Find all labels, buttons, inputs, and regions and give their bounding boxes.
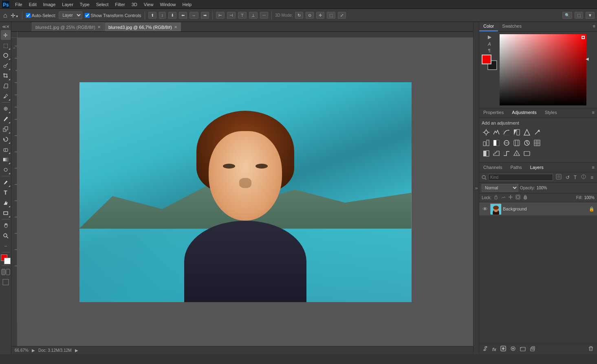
toolbar-collapse-icon[interactable]: ≪ <box>2 24 6 29</box>
dodge-btn[interactable] <box>1 165 11 175</box>
align-right-btn[interactable]: ➡ <box>201 12 209 19</box>
align-top-btn[interactable]: ⬆ <box>148 12 156 19</box>
more-tools-btn[interactable]: ··· <box>1 241 11 251</box>
screen-mode-btn[interactable] <box>1 277 11 287</box>
3d-scale-btn[interactable]: ⤢ <box>338 12 346 19</box>
adj-curves-icon[interactable] <box>502 128 511 137</box>
menu-select[interactable]: Select <box>93 1 112 8</box>
clone-stamp-btn[interactable] <box>1 124 11 134</box>
type-btn[interactable]: T <box>1 188 11 197</box>
new-adj-btn[interactable] <box>509 345 518 353</box>
lock-position-btn[interactable] <box>508 194 513 201</box>
status-bar-arrow[interactable]: ▶ <box>32 348 35 353</box>
layer-visibility-eye[interactable]: 👁 <box>482 206 488 212</box>
adj-huesat-icon[interactable] <box>533 128 542 137</box>
adj-grid-icon[interactable] <box>533 138 542 147</box>
adj-colorlookup-icon[interactable] <box>522 138 531 147</box>
distribute-btn4[interactable]: ⊥ <box>249 12 258 19</box>
tab-properties[interactable]: Properties <box>479 108 508 118</box>
delete-layer-btn[interactable] <box>586 345 595 353</box>
tab-blurred1[interactable]: blurred1.jpg @ 25% (RGB/8#) ✕ <box>32 22 104 31</box>
distribute-btn2[interactable]: ⊣ <box>227 12 236 19</box>
adj-channelmixer-icon[interactable] <box>512 138 521 147</box>
eraser-btn[interactable] <box>1 145 11 154</box>
brush-btn[interactable] <box>1 114 11 124</box>
align-left-btn[interactable]: ⬅ <box>179 12 187 19</box>
move-tool-btn[interactable]: ✛ <box>1 30 11 40</box>
path-select-btn[interactable] <box>1 198 11 208</box>
crop-tool-btn[interactable] <box>1 71 11 81</box>
perspective-crop-btn[interactable] <box>1 81 11 91</box>
menu-filter[interactable]: Filter <box>112 1 128 8</box>
adj-brightness-icon[interactable] <box>482 128 491 137</box>
adj-exposure-icon[interactable] <box>512 128 521 137</box>
adj-colorbalance-icon[interactable] <box>482 138 491 147</box>
text-icon[interactable]: A <box>488 42 491 46</box>
shape-btn[interactable] <box>1 208 11 218</box>
3d-rotate-btn[interactable]: ↻ <box>295 12 303 19</box>
auto-select-checkbox[interactable] <box>26 13 31 18</box>
adj-selectivecolor-icon[interactable] <box>512 149 521 158</box>
home-icon[interactable]: ⌂ <box>2 11 8 20</box>
history-brush-btn[interactable] <box>1 134 11 144</box>
foreground-background-colors[interactable] <box>1 254 11 264</box>
layers-filter-btn1[interactable] <box>555 173 563 181</box>
tab-paths[interactable]: Paths <box>506 163 526 171</box>
hand-btn[interactable] <box>1 221 11 230</box>
3d-slide-btn[interactable]: ⬚ <box>327 12 335 19</box>
tab-blurred3[interactable]: blurred3.jpg @ 66,7% (RGB/8#) ✕ <box>105 22 181 31</box>
canvas-scroll[interactable] <box>18 38 473 346</box>
transform-controls-label[interactable]: Show Transform Controls <box>85 13 141 18</box>
adj-bw-icon[interactable] <box>492 138 501 147</box>
menu-edit[interactable]: Edit <box>26 1 40 8</box>
workspace-btn[interactable]: ⬚ <box>575 12 583 19</box>
menu-file[interactable]: File <box>12 1 25 8</box>
layers-filter-btn5[interactable]: ≡ <box>589 174 595 181</box>
color-panel-menu[interactable]: ≡ <box>591 22 597 31</box>
zoom-btn[interactable] <box>1 231 11 241</box>
transform-controls-checkbox[interactable] <box>85 13 90 18</box>
background-color[interactable] <box>4 258 11 264</box>
adj-vibrance-icon[interactable] <box>522 128 531 137</box>
new-group-btn[interactable] <box>518 345 527 353</box>
blend-mode-select[interactable]: Normal Multiply Screen <box>482 184 518 192</box>
adj-rect-icon[interactable] <box>522 149 531 158</box>
tab-blurred3-close[interactable]: ✕ <box>174 25 177 29</box>
layers-panel-menu[interactable]: ≡ <box>590 163 597 171</box>
more-options-btn[interactable]: ··· <box>260 12 268 19</box>
menu-type[interactable]: Type <box>77 1 93 8</box>
align-hcenter-btn[interactable]: ↔ <box>189 12 198 19</box>
3d-roll-btn[interactable]: ⊙ <box>306 12 314 19</box>
menu-view[interactable]: View <box>141 1 156 8</box>
adj-levels-icon[interactable] <box>492 128 501 137</box>
menu-image[interactable]: Image <box>40 1 59 8</box>
lock-image-btn[interactable] <box>500 194 506 201</box>
adj-panel-menu[interactable]: ≡ <box>590 108 597 118</box>
panels-btn[interactable]: ▼ <box>586 12 595 19</box>
marquee-tool-btn[interactable]: ⬚ <box>1 40 11 50</box>
menu-help[interactable]: Help <box>180 1 195 8</box>
lock-transparent-btn[interactable] <box>493 194 499 201</box>
quick-select-btn[interactable] <box>1 61 11 70</box>
distribute-btn1[interactable]: ⊢ <box>216 12 225 19</box>
lasso-tool-btn[interactable] <box>1 50 11 60</box>
adj-invert-icon[interactable] <box>482 149 491 158</box>
pen-btn[interactable] <box>1 178 11 187</box>
auto-select-type[interactable]: Layer <box>59 11 82 19</box>
distribute-btn3[interactable]: ⊤ <box>238 12 247 19</box>
tab-blurred1-close[interactable]: ✕ <box>97 25 101 29</box>
link-layers-btn[interactable] <box>481 345 490 353</box>
status-forward-arrow[interactable]: ▶ <box>75 348 78 353</box>
tab-swatches[interactable]: Swatches <box>498 22 526 31</box>
toolbar-close-icon[interactable]: ✕ <box>6 24 9 29</box>
adj-threshold-icon[interactable] <box>502 149 511 158</box>
layers-filter-btn4[interactable] <box>579 173 588 181</box>
tab-channels[interactable]: Channels <box>479 163 506 171</box>
color-gradient-box[interactable] <box>500 34 586 105</box>
healing-btn[interactable] <box>1 104 11 114</box>
eyedropper-btn[interactable] <box>1 91 11 101</box>
menu-window[interactable]: Window <box>157 1 178 8</box>
layer-item-background[interactable]: 👁 Background 🔒 <box>479 202 597 216</box>
quick-mask-btn[interactable] <box>1 267 11 277</box>
panels-collapse-handle[interactable]: ≫ <box>473 22 479 354</box>
